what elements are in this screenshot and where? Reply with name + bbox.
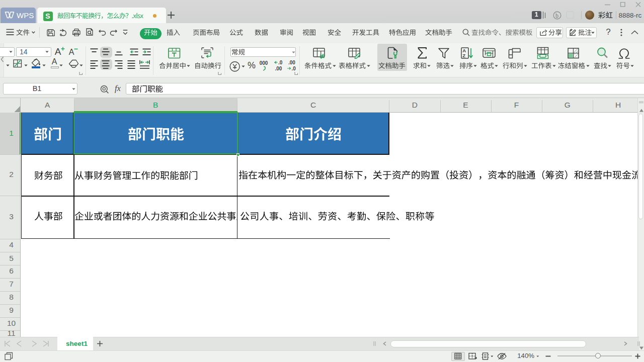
svg-text:.00: .00 <box>275 66 282 71</box>
svg-text:.0: .0 <box>278 60 283 65</box>
svg-text:.00: .00 <box>288 60 295 65</box>
svg-text:.0: .0 <box>292 66 296 71</box>
svg-text:Z: Z <box>462 53 465 58</box>
